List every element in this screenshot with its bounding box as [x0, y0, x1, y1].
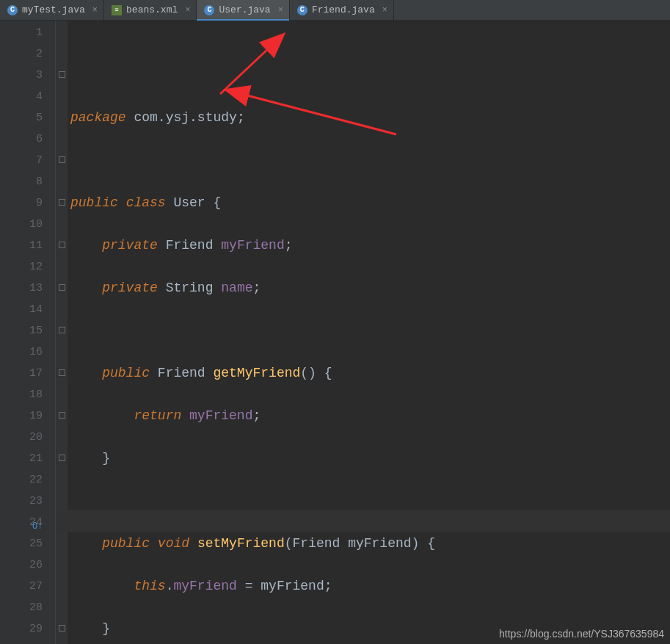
close-icon[interactable]: × — [92, 5, 98, 15]
code-line: private String name; — [70, 278, 670, 299]
close-icon[interactable]: × — [278, 5, 283, 15]
code-line — [70, 320, 670, 341]
code-area[interactable]: package com.ysj.study; public class User… — [57, 21, 670, 644]
code-line — [70, 491, 670, 512]
tab-label: Friend.java — [312, 4, 375, 15]
watermark-text: https://blog.csdn.net/YSJ367635984 — [499, 628, 664, 640]
code-line: return myFriend; — [70, 405, 670, 427]
code-line: public void setMyFriend(Friend myFriend)… — [70, 533, 670, 554]
code-line: private Friend myFriend; — [70, 235, 670, 256]
code-line: public class User { — [70, 192, 670, 214]
tab-beans[interactable]: ≡ beans.xml × — [104, 0, 197, 20]
xml-file-icon: ≡ — [112, 5, 122, 15]
close-icon[interactable]: × — [185, 5, 190, 15]
tab-label: beans.xml — [126, 4, 178, 15]
code-line: public Friend getMyFriend() { — [70, 363, 670, 384]
java-class-icon: C — [7, 5, 18, 15]
line-number-gutter: 1 2 3 4 5 6 7 8 9 10 11 12 13 14 15 16 1… — [0, 21, 57, 644]
tab-user[interactable]: C User.java × — [197, 0, 289, 20]
java-class-icon: C — [204, 5, 214, 15]
tab-label: User.java — [219, 4, 270, 15]
current-line-highlight — [57, 510, 670, 532]
code-line: package com.ysj.study; — [70, 107, 670, 129]
tab-friend[interactable]: C Friend.java × — [290, 0, 394, 20]
tab-label: myTest.java — [22, 4, 85, 15]
code-line: } — [70, 448, 670, 469]
close-icon[interactable]: × — [382, 5, 387, 15]
code-editor[interactable]: 1 2 3 4 5 6 7 8 9 10 11 12 13 14 15 16 1… — [0, 21, 670, 644]
editor-tabs: C myTest.java × ≡ beans.xml × C User.jav… — [0, 0, 670, 21]
java-class-icon: C — [297, 5, 307, 15]
override-gutter-icon[interactable]: O↑ — [32, 516, 43, 538]
tab-mytest[interactable]: C myTest.java × — [0, 0, 104, 20]
code-line: this.myFriend = myFriend; — [70, 576, 670, 597]
code-line — [70, 150, 670, 171]
